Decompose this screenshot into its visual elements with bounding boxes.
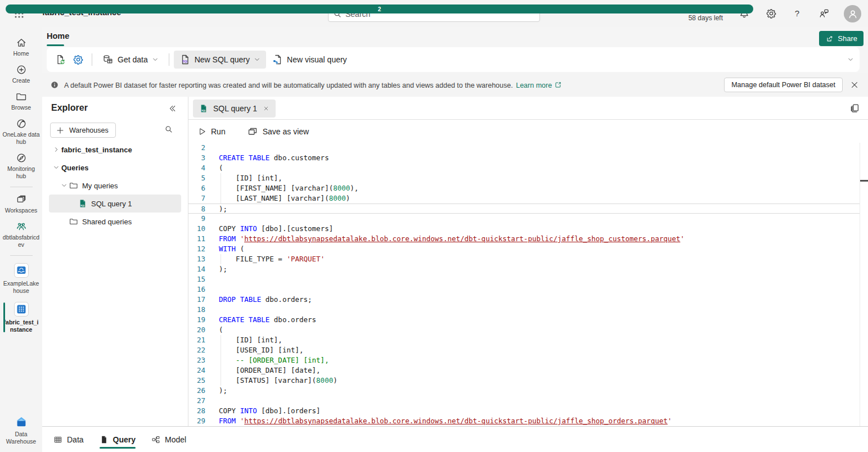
rail-item-create[interactable]: Create	[0, 61, 42, 88]
rail-item-dbtlabsfabricdev[interactable]: dbtlabsfabricdev	[0, 218, 42, 252]
code-line-29[interactable]: 29FROM 'https://dbtlabsynapsedatalake.bl…	[188, 416, 860, 426]
code-line-20[interactable]: 20(	[188, 325, 860, 335]
code-line-25[interactable]: 25 [STATUS] [varchar](8000)	[188, 376, 860, 386]
code-line-28[interactable]: 28COPY INTO [dbo].[orders]	[188, 406, 860, 416]
view-tab-model[interactable]: Model	[151, 427, 186, 452]
code-line-17[interactable]: 17DROP TABLE dbo.orders;	[188, 295, 860, 305]
code-line-16[interactable]: 16	[188, 284, 860, 295]
toolbar-overflow-chevron[interactable]	[847, 56, 854, 63]
code-text: );	[205, 204, 227, 213]
rail-item-onelake-data-hub[interactable]: OneLake data hub	[0, 115, 42, 149]
code-line-2[interactable]: 2	[188, 143, 860, 153]
tree-item-queries[interactable]: Queries	[49, 159, 181, 177]
close-tab-icon[interactable]	[262, 105, 270, 112]
sql-code-editor[interactable]: 23CREATE TABLE dbo.customers4(5 [ID] [in…	[188, 143, 860, 426]
tree-item-my-queries[interactable]: My queries	[49, 177, 181, 195]
view-tab-data[interactable]: Data	[53, 427, 84, 452]
copy-icon[interactable]	[849, 103, 861, 114]
line-number: 18	[188, 305, 205, 315]
code-text: FROM 'https://dbtlabsynapsedatalake.blob…	[205, 234, 685, 244]
rail-item-examplelakehouse[interactable]: ExampleLakehouse	[0, 259, 42, 298]
tree-item-shared-queries[interactable]: Shared queries	[49, 213, 181, 230]
collapse-panel-icon[interactable]	[168, 104, 177, 113]
rail-item-workspaces[interactable]: Workspaces	[0, 191, 42, 218]
notification-badge: 2	[6, 4, 753, 13]
sql-file-green-icon: SQL	[78, 199, 87, 208]
plus-icon	[56, 126, 65, 135]
active-tab-underline	[47, 44, 64, 46]
rail-item-data-warehouse[interactable]: Data Warehouse	[0, 412, 42, 449]
explorer-search-icon[interactable]	[164, 125, 173, 134]
line-number: 23	[188, 355, 205, 365]
query-tab[interactable]: SQL SQL query 1	[193, 100, 276, 117]
code-line-19[interactable]: 19CREATE TABLE dbo.orders	[188, 315, 860, 325]
run-button[interactable]: Run	[194, 125, 229, 138]
line-number: 8	[188, 204, 205, 213]
line-number: 27	[188, 396, 205, 406]
tree-item-fabric-test-instance[interactable]: fabric_test_instance	[49, 141, 181, 159]
document-icon	[100, 435, 109, 444]
code-line-24[interactable]: 24 [ORDER_DATE] [date],	[188, 365, 860, 376]
code-line-5[interactable]: 5 [ID] [int],	[188, 173, 860, 183]
code-text: );	[205, 264, 227, 274]
tree-item-label: SQL query 1	[91, 200, 132, 208]
editor-overview-ruler[interactable]	[860, 143, 868, 426]
rail-item-monitoring-hub[interactable]: Monitoring hub	[0, 149, 42, 183]
rail-item-browse[interactable]: Browse	[0, 88, 42, 115]
account-avatar[interactable]	[844, 5, 861, 22]
toolbar-divider	[92, 53, 92, 66]
get-data-button[interactable]: Get data	[97, 51, 164, 69]
chevron-down-icon[interactable]	[59, 182, 69, 189]
code-line-23[interactable]: 23 -- [ORDER_DATE] [int],	[188, 355, 860, 365]
code-line-3[interactable]: 3CREATE TABLE dbo.customers	[188, 153, 860, 163]
settings-button[interactable]	[766, 8, 777, 19]
line-number: 2	[188, 143, 205, 153]
new-sql-query-button[interactable]: SQL New SQL query	[174, 51, 266, 69]
ribbon-tab-home[interactable]: Home	[47, 31, 69, 40]
code-line-13[interactable]: 13 FILE_TYPE = 'PARQUET'	[188, 254, 860, 264]
chevron-right-icon[interactable]	[51, 146, 61, 153]
rail-item-home[interactable]: Home	[0, 34, 42, 61]
code-line-12[interactable]: 12WITH (	[188, 244, 860, 254]
code-line-4[interactable]: 4(	[188, 163, 860, 173]
info-banner: A default Power BI dataset for faster re…	[42, 73, 868, 97]
code-line-6[interactable]: 6 [FIRST_NAME] [varchar](8000),	[188, 183, 860, 193]
code-line-8[interactable]: 8);	[188, 204, 860, 214]
banner-close-icon[interactable]	[850, 80, 859, 89]
code-line-26[interactable]: 26);	[188, 386, 860, 396]
save-as-view-button[interactable]: Save as view	[244, 124, 312, 139]
code-line-15[interactable]: 15	[188, 274, 860, 284]
code-text: CREATE TABLE dbo.orders	[205, 315, 316, 325]
code-line-27[interactable]: 27	[188, 396, 860, 406]
tree-item-sql-query-1[interactable]: SQLSQL query 1	[49, 195, 181, 213]
warehouse-settings-button[interactable]	[69, 51, 87, 69]
refresh-document-button[interactable]	[51, 51, 69, 69]
view-tab-query[interactable]: Query	[100, 427, 136, 452]
chevron-down-icon	[254, 56, 260, 63]
learn-more-link[interactable]: Learn more	[516, 82, 552, 89]
code-line-7[interactable]: 7 [LAST_NAME] [varchar](8000)	[188, 193, 860, 204]
code-line-21[interactable]: 21 [ID] [int],	[188, 335, 860, 345]
code-line-9[interactable]: 9	[188, 214, 860, 224]
manage-default-dataset-button[interactable]: Manage default Power BI dataset	[724, 78, 843, 92]
code-line-14[interactable]: 14);	[188, 264, 860, 274]
rail-item-label: dbtlabsfabricdev	[3, 234, 40, 248]
share-button[interactable]: Share	[819, 31, 863, 46]
onelake-icon	[16, 118, 27, 129]
chevron-down-icon	[152, 56, 159, 63]
explorer-tree: fabric_test_instanceQueriesMy queriesSQL…	[42, 141, 188, 230]
help-button[interactable]: ?	[791, 8, 803, 19]
code-line-18[interactable]: 18	[188, 305, 860, 315]
feedback-button[interactable]	[818, 8, 830, 19]
line-number: 12	[188, 244, 205, 254]
save-as-view-icon	[247, 126, 258, 137]
workspaces-icon	[16, 194, 27, 205]
new-visual-query-button[interactable]: New visual query	[266, 51, 353, 69]
chevron-down-icon[interactable]	[51, 164, 61, 171]
code-line-22[interactable]: 22 [USER_ID] [int],	[188, 345, 860, 355]
code-line-10[interactable]: 10COPY INTO [dbo].[customers]	[188, 224, 860, 234]
new-warehouse-button[interactable]: Warehouses	[50, 123, 116, 138]
lakehouse-icon	[14, 263, 29, 278]
code-line-11[interactable]: 11FROM 'https://dbtlabsynapsedatalake.bl…	[188, 234, 860, 244]
rail-item-fabric-test-instance[interactable]: fabric_test_instance	[0, 298, 42, 337]
